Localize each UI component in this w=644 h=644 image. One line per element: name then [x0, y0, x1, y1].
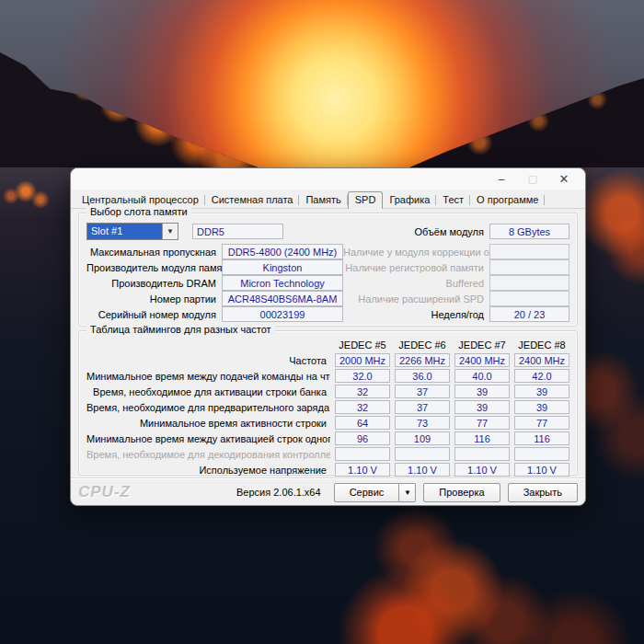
memory-type-field: DDR5 [192, 224, 283, 239]
cpuz-logo: CPU-Z [78, 483, 179, 501]
ecc-label: Наличие у модуля коррекции ошибок [343, 247, 489, 258]
week-year-value: 20 / 23 [489, 306, 569, 322]
table-row: Минимальное время между подачей команды … [86, 368, 569, 384]
part-number-label: Номер партии [86, 293, 222, 305]
rcd-label: Время, необходимое для активации строки … [86, 386, 330, 397]
chevron-down-icon[interactable]: ▼ [162, 224, 178, 239]
registered-value [489, 259, 569, 275]
cell-value: 42.0 [514, 369, 569, 383]
cell-value [514, 447, 569, 461]
module-size-label: Объём модуля [283, 226, 489, 237]
table-row: Время, необходимое для декодирования кон… [86, 446, 569, 462]
ecc-value [489, 244, 569, 259]
cell-value [335, 447, 390, 461]
week-year-label: Неделя/год [343, 309, 489, 320]
cell-value: 1.10 V [454, 463, 510, 477]
dram-manuf-value: Micron Technology [222, 275, 343, 291]
buffered-value [489, 275, 569, 291]
serial-number-value: 00023199 [222, 306, 343, 322]
col-jedec6: JEDEC #6 [395, 339, 450, 351]
tab-memory[interactable]: Память [299, 192, 347, 208]
status-separator [71, 477, 585, 478]
spd-ext-label: Наличие расширений SPD [343, 293, 489, 305]
cell-value: 32 [335, 385, 390, 398]
cell-value: 2000 MHz [335, 353, 390, 367]
col-jedec8: JEDEC #8 [514, 339, 569, 351]
table-row: Время, необходимое для предварительного … [86, 399, 569, 415]
col-jedec7: JEDEC #7 [454, 339, 510, 351]
tools-button[interactable]: Сервис [334, 483, 400, 502]
ras-label: Минимальное время активности строки [86, 418, 330, 429]
status-bar: CPU-Z Версия 2.06.1.x64 Сервис ▼ Проверк… [71, 479, 585, 505]
cas-latency-label: Минимальное время между подачей команды … [86, 371, 330, 382]
module-size-value: 8 GBytes [489, 224, 569, 239]
cell-value: 36.0 [395, 369, 450, 383]
close-icon[interactable]: ✕ [548, 169, 580, 189]
cell-value: 2400 MHz [514, 353, 569, 367]
slot-selection-group: Выбор слота памяти Slot #1 ▼ DDR5 Объём … [78, 213, 578, 327]
cell-value: 116 [454, 431, 510, 445]
cell-value: 39 [514, 385, 569, 398]
tab-mainboard[interactable]: Системная плата [205, 192, 300, 208]
timings-header-row: JEDEC #5 JEDEC #6 JEDEC #7 JEDEC #8 [86, 339, 569, 351]
cell-value: 37 [395, 385, 450, 398]
cell-value: 39 [454, 400, 510, 414]
cell-value: 40.0 [454, 369, 510, 383]
registered-label: Наличие регистровой памяти [343, 262, 489, 273]
table-row: Частота 2000 MHz 2266 MHz 2400 MHz 2400 … [86, 352, 569, 368]
crc-label: Время, необходимое для декодирования кон… [86, 449, 330, 460]
part-number-value: ACR48S40BS6MA-8AM [222, 291, 343, 306]
spd-ext-value [489, 291, 569, 306]
timings-group: Таблица таймингов для разных частот JEDE… [78, 330, 578, 476]
validate-button[interactable]: Проверка [423, 483, 500, 502]
cell-value: 2400 MHz [454, 353, 510, 367]
module-manuf-label: Производитель модуля памяти [86, 262, 222, 273]
frequency-label: Частота [86, 355, 330, 366]
table-row: Минимальное время активности строки 64 7… [86, 415, 569, 431]
cell-value: 32 [335, 400, 390, 414]
slot-selector-value: Slot #1 [87, 224, 162, 239]
tools-dropdown-icon[interactable]: ▼ [399, 483, 416, 502]
cell-value: 96 [335, 431, 390, 445]
buffered-label: Buffered [343, 278, 489, 289]
cpu-z-window: – ▢ ✕ Центральный процессор Системная пл… [70, 167, 586, 506]
cell-value: 2266 MHz [395, 353, 450, 367]
tab-about[interactable]: О программе [470, 192, 545, 208]
cell-value: 37 [395, 400, 450, 414]
max-bandwidth-label: Максимальная пропускная [86, 247, 222, 258]
col-jedec5: JEDEC #5 [335, 339, 390, 351]
cell-value: 32.0 [335, 369, 390, 383]
title-bar: – ▢ ✕ [71, 168, 585, 190]
minimize-icon[interactable]: – [486, 169, 517, 189]
cell-value [454, 447, 510, 461]
cell-value: 116 [514, 431, 569, 445]
rp-label: Время, необходимое для предварительного … [86, 402, 330, 413]
slot-selector-dropdown[interactable]: Slot #1 ▼ [86, 223, 178, 240]
cell-value: 64 [335, 416, 390, 430]
maximize-icon[interactable]: ▢ [517, 169, 548, 189]
timings-group-legend: Таблица таймингов для разных частот [86, 324, 275, 335]
table-row: Используемое напряжение 1.10 V 1.10 V 1.… [86, 462, 569, 477]
dram-manuf-label: Производитель DRAM [86, 278, 222, 289]
tab-graphics[interactable]: Графика [383, 192, 436, 208]
tab-bench[interactable]: Тест [436, 192, 470, 208]
module-manuf-value: Kingston [222, 259, 343, 275]
cell-value: 1.10 V [335, 463, 390, 477]
cell-value: 39 [514, 400, 569, 414]
max-bandwidth-value: DDR5-4800 (2400 MHz) [222, 244, 343, 259]
rc-label: Минимальное время между активацией строк… [86, 433, 330, 444]
table-row: Время, необходимое для активации строки … [86, 384, 569, 399]
serial-number-label: Серийный номер модуля [86, 309, 222, 320]
cell-value: 39 [454, 385, 510, 398]
cell-value: 1.10 V [514, 463, 569, 477]
close-button[interactable]: Закрыть [508, 483, 578, 502]
cell-value: 77 [454, 416, 510, 430]
cell-value: 73 [395, 416, 450, 430]
table-row: Минимальное время между активацией строк… [86, 431, 569, 446]
slot-group-legend: Выбор слота памяти [86, 206, 191, 217]
cell-value: 77 [514, 416, 569, 430]
version-text: Версия 2.06.1.x64 [236, 487, 321, 498]
tab-spd[interactable]: SPD [348, 191, 384, 209]
cell-value [395, 447, 450, 461]
voltage-label: Используемое напряжение [86, 465, 330, 476]
